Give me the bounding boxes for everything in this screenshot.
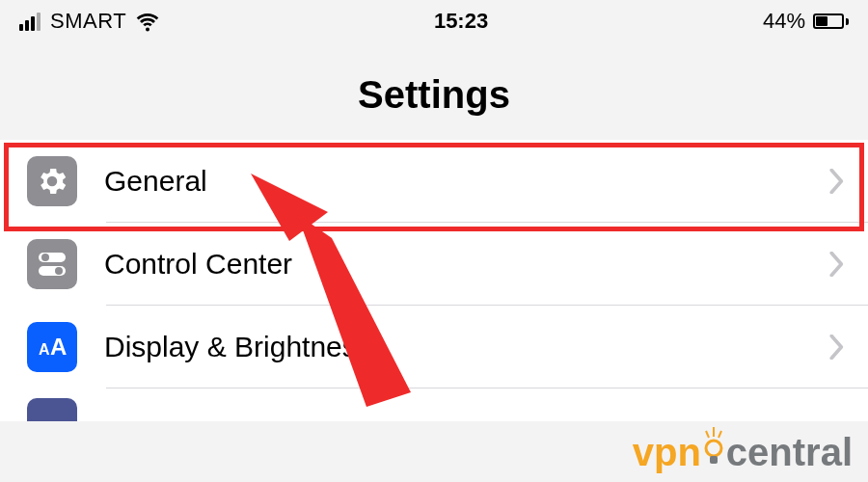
row-control-center[interactable]: Control Center bbox=[0, 223, 868, 306]
wifi-icon bbox=[136, 10, 159, 33]
status-bar: SMART 15:23 44% bbox=[0, 0, 868, 42]
svg-point-11 bbox=[706, 441, 721, 456]
svg-line-9 bbox=[706, 431, 709, 438]
svg-point-1 bbox=[41, 254, 49, 261]
svg-line-10 bbox=[719, 431, 721, 438]
text-size-icon: AA bbox=[27, 322, 77, 372]
status-right: 44% bbox=[763, 9, 849, 34]
page-header: Settings bbox=[0, 42, 868, 140]
toggles-icon bbox=[27, 239, 77, 289]
grid-icon bbox=[27, 398, 77, 421]
row-label-general: General bbox=[104, 165, 829, 198]
svg-text:A: A bbox=[39, 341, 50, 358]
carrier-label: SMART bbox=[50, 9, 126, 34]
battery-fill bbox=[816, 16, 827, 26]
svg-text:A: A bbox=[50, 334, 67, 360]
clock: 15:23 bbox=[434, 9, 488, 34]
row-label-control-center: Control Center bbox=[104, 248, 829, 281]
chevron-right-icon bbox=[829, 335, 845, 360]
chevron-right-icon bbox=[829, 169, 845, 194]
page-title: Settings bbox=[0, 73, 868, 117]
cellular-signal-icon bbox=[19, 13, 41, 31]
status-left: SMART bbox=[19, 9, 159, 34]
row-display-brightness[interactable]: AA Display & Brightness bbox=[0, 306, 868, 388]
battery-percent: 44% bbox=[763, 9, 805, 34]
row-general[interactable]: General bbox=[0, 140, 868, 223]
gear-icon bbox=[27, 156, 77, 206]
chevron-right-icon bbox=[829, 252, 845, 277]
svg-rect-12 bbox=[710, 456, 718, 464]
svg-point-3 bbox=[55, 267, 63, 275]
row-partial[interactable] bbox=[0, 388, 868, 421]
settings-list: General Control Center AA Display & Brig… bbox=[0, 140, 868, 421]
battery-icon bbox=[813, 13, 849, 29]
light-bulb-icon bbox=[703, 427, 724, 478]
watermark: vpn central bbox=[633, 427, 853, 478]
watermark-right: central bbox=[726, 431, 853, 474]
watermark-left: vpn bbox=[633, 431, 701, 474]
row-label-display: Display & Brightness bbox=[104, 331, 829, 363]
